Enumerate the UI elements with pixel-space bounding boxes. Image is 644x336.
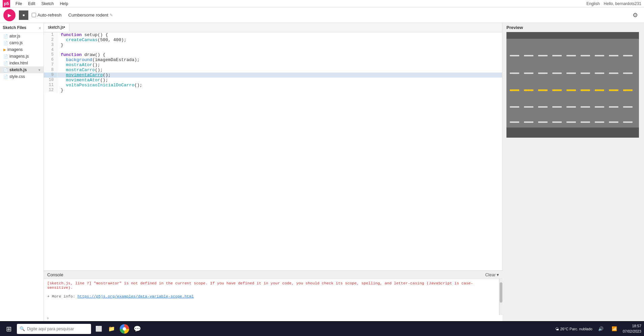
console-clear-button[interactable]: Clear ▾ — [485, 272, 499, 277]
run-button[interactable]: ▶ — [3, 9, 16, 21]
more-info-link[interactable]: https://p5js.org/examples/data-variable-… — [78, 294, 194, 299]
code-line-12: 12 } — [44, 88, 502, 93]
sidebar-item-carro-js[interactable]: 📄 carro.js — [0, 39, 43, 46]
sidebar-collapse-button[interactable]: ‹ — [39, 25, 41, 30]
svg-rect-20 — [623, 73, 633, 74]
road-svg — [506, 32, 639, 138]
svg-rect-23 — [538, 89, 548, 91]
taskbar: ⊞ 🔍 ⬜ 📁 💬 🌤 26°C Parc. nublado 🔊 📶 18:57 — [0, 321, 644, 336]
file-label: ator.js — [9, 34, 20, 38]
code-line-10: 10 movimentaAtor(); — [44, 78, 502, 83]
start-button[interactable]: ⊞ — [3, 323, 15, 335]
chrome-icon — [120, 324, 129, 334]
settings-button[interactable]: ⚙ — [630, 10, 641, 21]
stop-button[interactable]: ■ — [19, 10, 28, 20]
console-scrollbar[interactable] — [499, 279, 502, 315]
sidebar-item-ator-js[interactable]: 📄 ator.js — [0, 33, 43, 39]
code-line-9: 9 movimentaCarro(); — [44, 73, 502, 78]
line-number: 6 — [44, 57, 57, 62]
code-line-4: 4 — [44, 48, 502, 52]
editor-area: sketch.js• 1 function setup() { 2 create… — [44, 23, 502, 271]
user-greeting: Hello, bernardots231 — [604, 1, 641, 6]
taskbar-search-box[interactable]: 🔍 — [17, 324, 91, 334]
chevron-down-icon: ▾ — [497, 272, 499, 277]
main-area: Sketch Files ‹ 📄 ator.js 📄 carro.js ▶ im… — [0, 23, 644, 321]
preview-canvas — [506, 32, 639, 138]
discord-icon: 💬 — [134, 325, 141, 333]
pencil-icon[interactable]: ✎ — [110, 13, 113, 18]
svg-rect-17 — [581, 73, 590, 74]
sidebar-item-sketch-js[interactable]: 📄 sketch.js ▾ — [0, 66, 43, 73]
files-button[interactable]: 📁 — [106, 323, 117, 335]
svg-rect-35 — [581, 106, 590, 108]
svg-rect-8 — [581, 55, 590, 56]
editor-with-console: sketch.js• 1 function setup() { 2 create… — [44, 23, 502, 321]
clear-label: Clear — [485, 272, 496, 277]
line-content: mostraAtor(); — [57, 62, 502, 67]
svg-rect-36 — [595, 106, 604, 108]
svg-rect-0 — [506, 32, 639, 39]
taskbar-apps: ⬜ 📁 💬 — [93, 323, 143, 335]
svg-rect-19 — [609, 73, 618, 74]
sys-tray-button[interactable]: 🔊 — [595, 323, 607, 335]
console-scrollbar-thumb[interactable] — [500, 282, 502, 303]
line-content: function draw() { — [57, 52, 502, 57]
svg-rect-45 — [595, 121, 604, 123]
line-number: 3 — [44, 43, 57, 48]
sidebar-files: 📄 ator.js 📄 carro.js ▶ imagens 📄 imagens… — [0, 33, 43, 321]
file-icon: 📄 — [3, 68, 8, 72]
menu-file[interactable]: File — [13, 1, 25, 7]
sidebar-item-imagens[interactable]: ▶ imagens — [0, 46, 43, 53]
code-line-3: 3 } — [44, 43, 502, 48]
svg-rect-9 — [595, 55, 604, 56]
discord-button[interactable]: 💬 — [131, 323, 143, 335]
code-line-2: 2 createCanvas(500, 400); — [44, 37, 502, 43]
p5-logo: p5 — [3, 0, 10, 7]
svg-rect-47 — [623, 121, 633, 123]
svg-rect-39 — [510, 121, 519, 123]
svg-rect-11 — [623, 55, 633, 56]
taskbar-search-input[interactable] — [27, 327, 88, 331]
line-number: 4 — [44, 48, 57, 52]
sidebar-item-imagens-js[interactable]: 📄 imagens.js — [0, 53, 43, 60]
tab-sketch-js[interactable]: sketch.js• — [44, 24, 69, 32]
console-expand-button[interactable]: › — [44, 315, 502, 321]
svg-rect-38 — [623, 106, 633, 108]
file-icon: 📄 — [3, 54, 8, 59]
sidebar-item-index-html[interactable]: 📄 index.html — [0, 60, 43, 66]
svg-rect-31 — [524, 106, 533, 108]
svg-rect-34 — [566, 106, 576, 108]
code-line-6: 6 background(imagemDaEstrada); — [44, 57, 502, 62]
svg-rect-26 — [581, 89, 590, 91]
svg-rect-21 — [510, 89, 519, 91]
svg-rect-42 — [552, 121, 562, 123]
svg-rect-2 — [506, 128, 639, 138]
file-icon: 📄 — [3, 34, 8, 38]
file-label: imagens.js — [9, 54, 29, 59]
menu-edit[interactable]: EdIt — [25, 1, 38, 7]
language-selector[interactable]: English — [586, 1, 599, 6]
editor-tabs: sketch.js• — [44, 23, 502, 32]
menu-help[interactable]: Help — [57, 1, 71, 7]
svg-rect-16 — [566, 73, 576, 74]
console-body[interactable]: [sketch.js, line 7] "mostraAtor" is not … — [44, 279, 499, 315]
chrome-button[interactable] — [119, 323, 130, 335]
sidebar-item-style-css[interactable]: 📄 style.css — [0, 73, 43, 80]
auto-refresh-checkbox[interactable] — [32, 13, 36, 17]
line-content: voltaPosicaoInicialDoCarro(); — [57, 83, 502, 88]
line-content — [57, 48, 502, 52]
menu-sketch[interactable]: Sketch — [39, 1, 57, 7]
network-button[interactable]: 📶 — [609, 323, 620, 335]
svg-rect-22 — [524, 89, 533, 91]
weather-text: 26°C Parc. nublado — [560, 327, 592, 331]
clock-time: 18:57 — [623, 324, 641, 329]
line-number: 9 — [44, 73, 57, 78]
taskview-button[interactable]: ⬜ — [93, 323, 105, 335]
file-label: index.html — [9, 61, 28, 65]
svg-rect-18 — [595, 73, 604, 74]
file-icon: 📄 — [3, 61, 8, 65]
line-content: background(imagemDaEstrada); — [57, 57, 502, 62]
menu-right: English Hello, bernardots231 — [586, 1, 641, 6]
code-editor[interactable]: 1 function setup() { 2 createCanvas(500,… — [44, 32, 502, 271]
line-content: } — [57, 88, 502, 93]
